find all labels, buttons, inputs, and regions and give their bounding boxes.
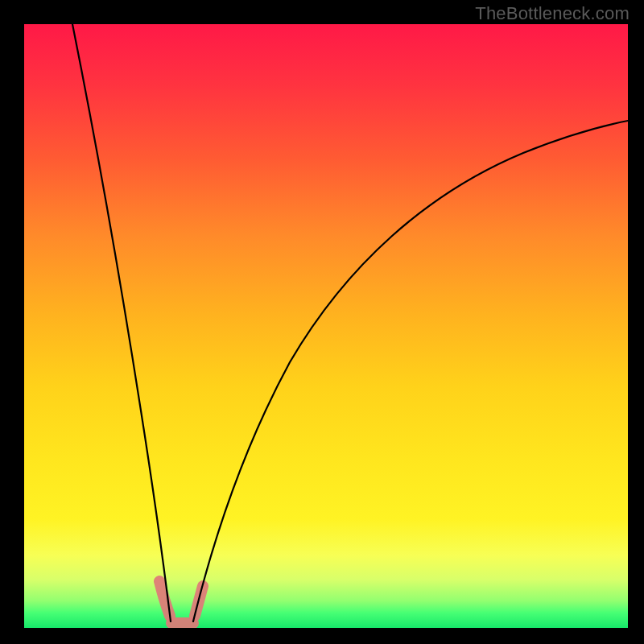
curve-left-branch xyxy=(72,24,171,621)
watermark-text: TheBottleneck.com xyxy=(475,3,630,24)
chart-stage: TheBottleneck.com xyxy=(0,0,644,644)
bottleneck-curve xyxy=(24,24,628,628)
curve-right-branch xyxy=(193,121,628,621)
plot-area xyxy=(24,24,628,628)
